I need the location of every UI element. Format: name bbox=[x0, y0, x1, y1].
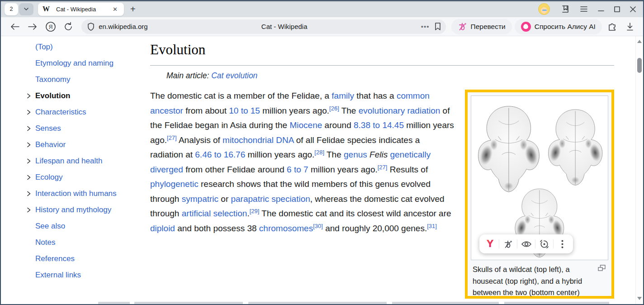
toc-item-behavior[interactable]: Behavior bbox=[26, 137, 148, 153]
toc-expand-chevron-icon[interactable] bbox=[26, 158, 35, 164]
ask-alice-button[interactable]: Спросить Алису AI bbox=[515, 19, 602, 34]
reference-link[interactable]: [30] bbox=[313, 222, 323, 229]
more-actions-icon[interactable]: ••• bbox=[421, 23, 430, 30]
toc-item-lifespan-and-health[interactable]: Lifespan and health bbox=[26, 153, 148, 169]
new-tab-button[interactable]: + bbox=[130, 5, 136, 14]
refresh-button[interactable] bbox=[61, 19, 76, 34]
toc-item-characteristics[interactable]: Characteristics bbox=[26, 104, 148, 120]
toc-expand-chevron-icon[interactable] bbox=[26, 191, 35, 197]
article-link[interactable]: 6.46 to 16.76 bbox=[195, 150, 245, 159]
scrollbar[interactable] bbox=[635, 36, 643, 304]
back-button[interactable] bbox=[7, 19, 23, 34]
reference-superscript[interactable]: [28] bbox=[314, 149, 324, 156]
reference-superscript[interactable]: [31] bbox=[427, 222, 437, 229]
tab-list-chevron-button[interactable] bbox=[19, 3, 33, 15]
toc-item-interaction-with-humans[interactable]: Interaction with humans bbox=[26, 186, 148, 202]
tab-counter-button[interactable]: 2 bbox=[5, 3, 18, 15]
reference-link[interactable]: [27] bbox=[167, 134, 177, 141]
article-link[interactable]: 6 to 7 bbox=[287, 165, 308, 174]
paragraph-text: around bbox=[322, 120, 354, 130]
yandex-logo-icon[interactable]: Y bbox=[481, 234, 499, 253]
more-options-kebab-icon[interactable] bbox=[554, 234, 571, 253]
toc-expand-chevron-icon[interactable] bbox=[26, 125, 35, 132]
toc-item-ecology[interactable]: Ecology bbox=[26, 169, 148, 186]
extensions-puzzle-icon[interactable] bbox=[605, 19, 620, 34]
article-link[interactable]: evolutionary radiation bbox=[359, 106, 440, 115]
tab-close-icon[interactable]: ✕ bbox=[111, 5, 119, 14]
paragraph-text: million years ago. bbox=[260, 106, 329, 115]
side-panel-bookmark-icon[interactable] bbox=[560, 5, 570, 14]
toc-item-label: (Top) bbox=[35, 43, 53, 52]
translate-button[interactable]: Перевести bbox=[451, 19, 512, 34]
article-link[interactable]: genus bbox=[344, 150, 367, 159]
reference-link[interactable]: [27] bbox=[378, 163, 388, 170]
toc-item-taxonomy[interactable]: Taxonomy bbox=[26, 71, 148, 88]
article-link[interactable]: 10 to 15 bbox=[229, 106, 260, 115]
show-original-eye-icon[interactable] bbox=[517, 234, 535, 253]
toc-expand-chevron-icon[interactable] bbox=[26, 207, 35, 213]
reference-link[interactable]: [31] bbox=[427, 222, 437, 229]
reference-superscript[interactable]: [29] bbox=[250, 208, 260, 214]
url-text[interactable]: en.wikipedia.org bbox=[99, 23, 147, 30]
article-link[interactable]: diploid bbox=[150, 224, 175, 233]
toc-item-etymology-and-naming[interactable]: Etymology and naming bbox=[26, 55, 148, 71]
toc-expand-chevron-icon[interactable] bbox=[26, 142, 35, 148]
article-link[interactable]: artificial selection bbox=[182, 209, 247, 218]
image-search-lens-icon[interactable] bbox=[535, 234, 553, 253]
reference-link[interactable]: [26] bbox=[329, 105, 339, 111]
hatnote-link[interactable]: Cat evolution bbox=[211, 71, 257, 80]
reference-superscript[interactable]: [27] bbox=[378, 163, 388, 170]
reference-superscript[interactable]: [30] bbox=[313, 222, 323, 229]
figure-highlighted: Y bbox=[465, 90, 614, 299]
toc-item-see-also[interactable]: See also bbox=[26, 218, 148, 234]
toc-item-notes[interactable]: Notes bbox=[26, 234, 148, 251]
toc-expand-chevron-icon[interactable] bbox=[26, 174, 35, 181]
reference-link[interactable]: [29] bbox=[250, 208, 260, 214]
hatnote-prefix: Main article: bbox=[166, 71, 211, 80]
close-icon[interactable] bbox=[630, 6, 636, 12]
minimize-icon[interactable] bbox=[598, 6, 604, 12]
scroll-up-arrow[interactable] bbox=[637, 40, 642, 43]
article-link[interactable]: Miocene bbox=[289, 120, 322, 130]
article-link[interactable]: family bbox=[331, 91, 354, 100]
toc-expand-chevron-icon[interactable] bbox=[26, 93, 35, 99]
paragraph-text: The bbox=[324, 150, 344, 159]
menu-icon[interactable] bbox=[580, 6, 588, 12]
article-link[interactable]: 8.38 to 14.45 bbox=[354, 120, 404, 130]
toc-item-evolution[interactable]: Evolution bbox=[26, 88, 148, 104]
toc-item-senses[interactable]: Senses bbox=[26, 120, 148, 137]
profile-avatar[interactable] bbox=[538, 3, 550, 15]
address-bar[interactable]: en.wikipedia.org Cat - Wikipedia ••• bbox=[81, 19, 445, 34]
figure-image[interactable]: Y bbox=[471, 95, 608, 260]
yandex-services-button[interactable]: Я bbox=[43, 19, 58, 34]
paragraph-text: million years ago. bbox=[308, 165, 378, 174]
reference-superscript[interactable]: [26] bbox=[329, 105, 339, 111]
downloads-icon[interactable] bbox=[622, 19, 638, 34]
toc-item-top[interactable]: (Top) bbox=[26, 39, 148, 55]
forward-button[interactable] bbox=[25, 19, 41, 34]
toc-expand-chevron-icon[interactable] bbox=[26, 109, 35, 115]
expand-image-icon[interactable] bbox=[598, 265, 606, 271]
reference-link[interactable]: [28] bbox=[314, 149, 324, 156]
translate-image-icon[interactable] bbox=[499, 234, 517, 253]
paragraph-text: The domestic cat and its closest wild an… bbox=[259, 209, 451, 218]
scroll-down-arrow[interactable] bbox=[637, 297, 642, 300]
toc-item-references[interactable]: References bbox=[26, 251, 148, 267]
toc-list: (Top)Etymology and namingTaxonomyEvoluti… bbox=[26, 39, 148, 283]
toc-item-label: Evolution bbox=[35, 91, 70, 100]
bookmark-icon[interactable] bbox=[434, 22, 441, 31]
toc-item-label: Interaction with humans bbox=[35, 189, 117, 198]
scrollbar-thumb[interactable] bbox=[637, 58, 642, 73]
tab-cat-wikipedia[interactable]: W Cat - Wikipedia ✕ bbox=[38, 3, 124, 16]
toc-item-history-and-mythology[interactable]: History and mythology bbox=[26, 202, 148, 218]
maximize-icon[interactable] bbox=[614, 6, 620, 12]
article-link[interactable]: chromosomes bbox=[259, 224, 313, 233]
site-security-shield-icon[interactable] bbox=[87, 22, 95, 31]
toc-item-label: Senses bbox=[35, 124, 61, 133]
article-link[interactable]: phylogenetic bbox=[150, 179, 199, 189]
article-link[interactable]: sympatric bbox=[182, 194, 218, 204]
article-link[interactable]: parapatric speciation bbox=[231, 194, 310, 204]
article-link[interactable]: mitochondrial DNA bbox=[223, 135, 294, 145]
reference-superscript[interactable]: [27] bbox=[167, 134, 177, 141]
toc-item-external-links[interactable]: External links bbox=[26, 267, 148, 283]
